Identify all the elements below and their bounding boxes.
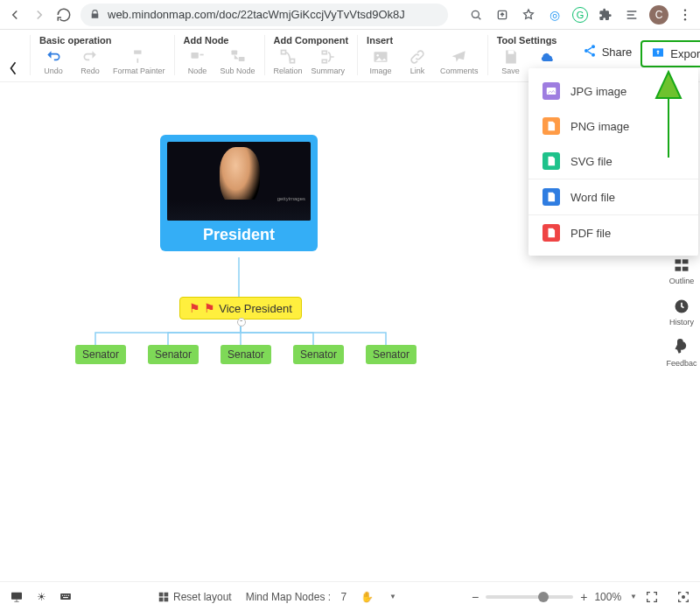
svg-point-17 [592,53,595,57]
insert-image-button[interactable]: Image [367,49,395,75]
ext2-icon[interactable]: G [572,7,588,23]
svg-point-16 [584,49,588,53]
export-label: Export [670,47,700,60]
redo-button[interactable]: Redo [76,49,104,75]
rail-history[interactable]: History [669,298,694,327]
summary-button[interactable]: Summary [312,49,346,75]
svg-rect-33 [164,592,169,596]
star-icon[interactable] [520,6,537,24]
group-label-addcomp: Add Component [274,35,349,46]
svg-rect-30 [68,594,69,595]
png-icon [542,117,560,135]
bottom-left: ☀ [9,589,82,605]
browser-right-icons: ◎ G C [467,5,693,25]
reading-list-icon[interactable] [623,6,640,24]
svg-rect-23 [682,267,689,271]
sub-node-button[interactable]: Sub Node [220,49,256,75]
dd-word[interactable]: Word file [528,179,698,214]
zoom-out-button[interactable]: − [472,590,479,604]
url-bar[interactable]: web.mindonmap.com/doc/22tacWmjGiKccjVyTv… [80,4,448,26]
group-label-addnode: Add Node [184,35,256,46]
svg-rect-11 [322,60,326,62]
node-button[interactable]: Node [184,49,212,75]
search-icon[interactable] [467,6,485,24]
zoom-slider[interactable] [486,595,573,599]
hand-dropdown-icon[interactable]: ▼ [389,593,396,600]
svg-rect-35 [164,597,169,601]
share-icon-blue [583,44,597,60]
svg-rect-10 [322,51,326,53]
bottom-bar: ☀ Reset layout Mind Map Nodes : 7 ✋ ▼ − … [0,581,700,611]
nav-back-icon[interactable] [7,7,23,23]
share-label: Share [602,46,633,59]
nodes-count: Mind Map Nodes : 7 [246,591,346,603]
group-add-component: Add Component Relation Summary [264,35,358,75]
svg-rect-27 [62,594,63,595]
node-senator-2[interactable]: Senator [148,345,199,364]
svg-point-15 [592,45,595,48]
insert-link-button[interactable]: Link [403,49,431,75]
fullscreen-icon[interactable] [644,589,660,605]
presentation-icon[interactable] [9,589,24,605]
insert-comments-button[interactable]: Comments [440,49,479,75]
export-button[interactable]: Export [640,40,700,67]
nav-reload-icon[interactable] [56,7,72,23]
flag-icon-2: ⚑ [204,301,215,315]
svg-rect-20 [676,259,682,263]
dd-png[interactable]: PNG image [528,109,698,144]
svg-rect-25 [11,592,22,599]
svg-rect-14 [508,51,514,54]
svg-point-13 [377,54,380,57]
export-icon [651,46,665,62]
bottom-center: Reset layout Mind Map Nodes : 7 ✋ ▼ [82,591,472,603]
relation-button[interactable]: Relation [274,49,303,75]
svg-rect-6 [231,51,237,55]
rail-outline[interactable]: Outline [669,256,695,285]
svg-rect-26 [60,593,71,599]
rail-feedback[interactable]: Feedbac [666,339,696,368]
svg-point-0 [472,11,479,18]
svg-rect-34 [159,597,164,601]
dd-jpg[interactable]: JPG image [528,74,698,109]
ext1-icon[interactable]: ◎ [546,6,564,24]
svg-rect-32 [159,592,164,596]
svg-point-2 [684,9,686,11]
focus-icon[interactable] [676,589,691,605]
browser-menu-icon[interactable] [677,7,693,23]
pdf-icon [542,224,560,242]
zoom-in-button[interactable]: + [580,590,587,604]
bottom-right: − + 100%▼ [472,589,691,605]
format-painter-button[interactable]: Format Painter [113,49,165,75]
save-button[interactable]: Save [497,49,525,75]
svg-rect-5 [191,53,198,59]
node-senator-4[interactable]: Senator [293,345,344,364]
brightness-icon[interactable]: ☀ [33,589,49,605]
group-insert: Insert Image Link Comments [357,35,487,75]
puzzle-icon[interactable] [597,6,614,24]
reset-layout-button[interactable]: Reset layout [158,591,232,603]
dd-svg[interactable]: SVG file [528,144,698,179]
zoom-thumb[interactable] [538,592,549,602]
zoom-percent: 100% [594,591,621,603]
profile-avatar[interactable]: C [649,5,668,25]
svg-rect-21 [682,259,689,263]
node-senator-1[interactable]: Senator [75,345,126,364]
node-senator-3[interactable]: Senator [220,345,271,364]
node-senator-5[interactable]: Senator [366,345,416,364]
svg-point-4 [684,18,686,20]
share-button[interactable]: Share [583,44,633,60]
share-icon[interactable] [494,6,511,24]
zoom-dropdown-icon[interactable]: ▼ [630,593,637,600]
svg-rect-8 [282,51,286,54]
node-president[interactable]: gettyimages President [160,135,318,251]
group-label-basic: Basic operation [39,35,165,46]
collapse-toggle[interactable] [237,318,246,327]
app-back-button[interactable] [9,51,18,86]
dd-pdf[interactable]: PDF file [528,215,698,250]
keyboard-icon[interactable] [58,589,74,605]
hand-tool-icon[interactable]: ✋ [360,591,374,603]
jpg-icon [542,82,560,100]
undo-button[interactable]: Undo [39,49,67,75]
nav-forward-icon[interactable] [32,7,47,23]
president-label: President [167,226,311,244]
